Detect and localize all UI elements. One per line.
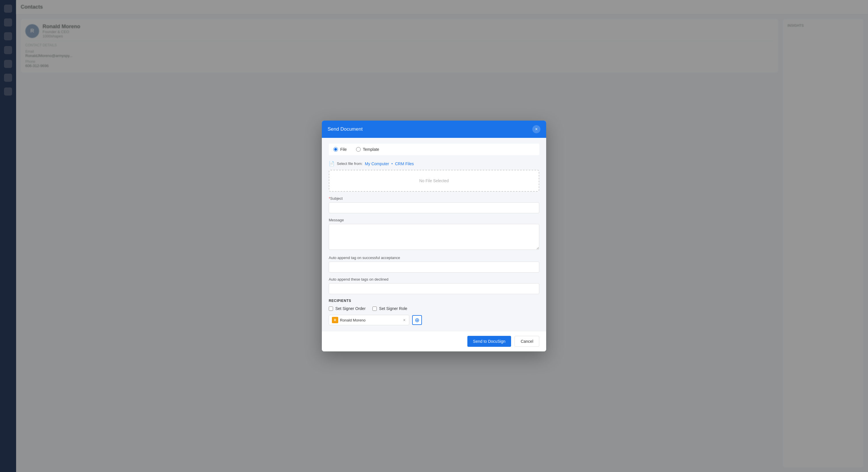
recipient-name: Ronald Moreno <box>340 318 401 322</box>
subject-input[interactable] <box>329 202 539 213</box>
file-select-row: 📄 Select file from: My Computer ● CRM Fi… <box>329 161 539 166</box>
set-signer-order-checkbox[interactable] <box>329 306 333 311</box>
message-label: Message <box>329 218 539 222</box>
modal-footer: Send to DocuSign Cancel <box>322 331 546 351</box>
signer-options: Set Signer Order Set Signer Role <box>329 306 539 311</box>
recipient-avatar-initial: R <box>334 318 336 322</box>
modal-header: Send Document × <box>322 121 546 138</box>
cancel-button[interactable]: Cancel <box>515 336 539 347</box>
message-group: Message <box>329 218 539 251</box>
auto-append-declined-group: Auto append these tags on declined <box>329 277 539 294</box>
subject-group: *Subject <box>329 196 539 213</box>
auto-append-declined-label: Auto append these tags on declined <box>329 277 539 282</box>
modal-close-button[interactable]: × <box>532 125 540 133</box>
template-radio-text: Template <box>363 147 379 152</box>
message-textarea[interactable] <box>329 224 539 250</box>
subject-label: *Subject <box>329 196 539 201</box>
recipient-avatar: R <box>332 317 338 323</box>
document-icon: 📄 <box>329 161 335 166</box>
set-signer-role-label[interactable]: Set Signer Role <box>372 306 407 311</box>
recipient-tag-container: R Ronald Moreno × <box>329 315 409 325</box>
modal-body: File Template 📄 Select file from: My Com… <box>322 138 546 331</box>
modal-overlay: Send Document × File Template 📄 Select f… <box>0 0 868 472</box>
recipients-row: R Ronald Moreno × ⊕ <box>329 315 539 325</box>
select-file-label: Select file from: <box>337 161 363 166</box>
send-to-docusign-button[interactable]: Send to DocuSign <box>467 336 512 347</box>
recipient-remove-button[interactable]: × <box>403 318 406 322</box>
dot-separator: ● <box>392 162 393 165</box>
file-type-radio-group: File Template <box>329 144 539 155</box>
set-signer-role-checkbox[interactable] <box>372 306 377 311</box>
auto-append-accepted-input[interactable] <box>329 262 539 272</box>
set-signer-role-text: Set Signer Role <box>379 306 407 311</box>
template-radio-input[interactable] <box>356 147 361 152</box>
subject-label-text: Subject <box>330 196 343 201</box>
add-icon: ⊕ <box>415 317 420 324</box>
no-file-selected-text: No File Selected <box>419 178 449 183</box>
recipients-section: RECIPIENTS Set Signer Order Set Signer R… <box>329 299 539 325</box>
auto-append-accepted-group: Auto append tag on successful acceptance <box>329 256 539 272</box>
modal-title: Send Document <box>328 126 363 132</box>
file-drop-area[interactable]: No File Selected <box>329 170 539 192</box>
set-signer-order-label[interactable]: Set Signer Order <box>329 306 366 311</box>
template-radio-label[interactable]: Template <box>356 147 379 152</box>
send-document-modal: Send Document × File Template 📄 Select f… <box>322 121 546 351</box>
auto-append-declined-input[interactable] <box>329 283 539 294</box>
crm-files-link[interactable]: CRM Files <box>395 161 413 166</box>
auto-append-accepted-label: Auto append tag on successful acceptance <box>329 256 539 260</box>
file-radio-input[interactable] <box>333 147 338 152</box>
add-recipient-button[interactable]: ⊕ <box>412 315 422 325</box>
my-computer-link[interactable]: My Computer <box>365 161 389 166</box>
recipients-header: RECIPIENTS <box>329 299 539 303</box>
file-radio-text: File <box>340 147 347 152</box>
file-radio-label[interactable]: File <box>333 147 347 152</box>
set-signer-order-text: Set Signer Order <box>335 306 366 311</box>
